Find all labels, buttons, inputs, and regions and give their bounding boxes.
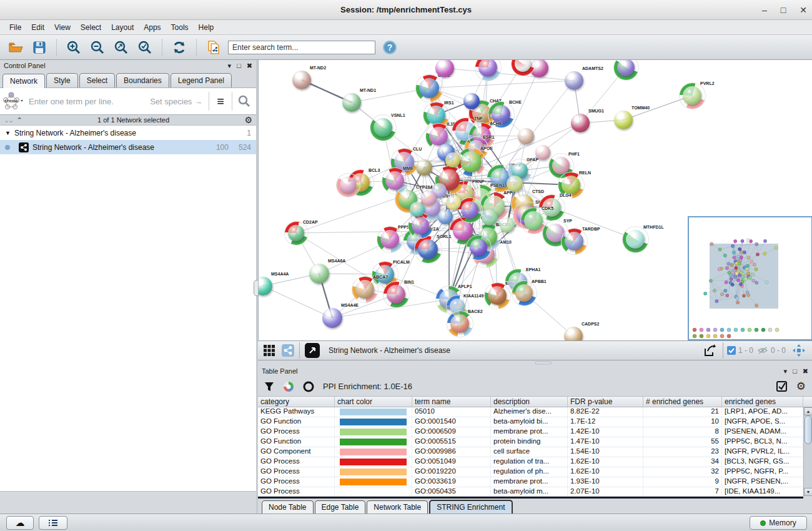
network-node[interactable]	[445, 152, 460, 167]
column-header-term-name[interactable]: term name	[412, 397, 491, 407]
annotation-mode-button[interactable]	[304, 342, 321, 359]
menu-item-layout[interactable]: Layout	[107, 21, 138, 34]
network-node[interactable]	[340, 177, 356, 193]
horizontal-splitter[interactable]	[258, 360, 812, 365]
string-search-icon[interactable]	[232, 95, 256, 107]
table-row[interactable]: KEGG Pathways05010Alzheimer's dise...8.8…	[258, 407, 812, 417]
network-node-ms4a4e[interactable]	[322, 308, 342, 328]
ring-chart-icon[interactable]	[303, 381, 314, 392]
zoom-in-button[interactable]	[64, 38, 83, 57]
minimize-button[interactable]: –	[762, 5, 767, 15]
network-node-mthfd1l[interactable]	[626, 230, 645, 249]
expand-icon[interactable]: ⌃	[16, 116, 22, 124]
close-button[interactable]: ✕	[800, 5, 807, 15]
network-node-notch1[interactable]	[453, 221, 473, 241]
network-node[interactable]	[500, 217, 515, 232]
string-query-input[interactable]	[24, 97, 150, 106]
network-node[interactable]	[421, 191, 436, 206]
memory-button[interactable]: Memory	[750, 516, 807, 530]
network-node-tomm40[interactable]	[614, 111, 633, 129]
search-input[interactable]	[228, 41, 375, 54]
clone-network-button[interactable]	[204, 38, 223, 57]
table-row[interactable]: GO FunctionGO:0001540beta-amyloid bi...1…	[258, 417, 812, 427]
network-node-cdk5[interactable]	[524, 211, 543, 230]
scroll-up-arrow[interactable]: ▲	[804, 407, 812, 415]
network-node[interactable]	[438, 209, 453, 224]
donut-chart-icon[interactable]	[283, 381, 294, 392]
table-row[interactable]: GO ProcessGO:0019220regulation of ph...1…	[258, 467, 812, 477]
network-canvas[interactable]: MT-ND2MT-ND1VSNL1GAB2ADAMTS2SMUG1TOMM40P…	[258, 60, 812, 340]
column-header-category[interactable]: category	[258, 397, 335, 407]
panel-menu-icon[interactable]: ▾	[228, 62, 232, 70]
export-network-button[interactable]	[700, 341, 719, 360]
menu-item-tools[interactable]: Tools	[167, 21, 193, 34]
network-node-ppp5c[interactable]	[380, 230, 399, 249]
network-node-cadps2[interactable]	[564, 327, 583, 340]
tab-boundaries[interactable]: Boundaries	[116, 73, 169, 87]
refresh-button[interactable]	[170, 38, 189, 57]
column-header-description[interactable]: description	[491, 397, 568, 407]
network-node-aplp2[interactable]	[412, 217, 429, 234]
select-rows-icon[interactable]	[776, 381, 788, 392]
navigator-toggle-button[interactable]	[790, 341, 808, 360]
table-row[interactable]: GO ProcessGO:0006509membrane prot...1.42…	[258, 427, 812, 437]
filter-icon[interactable]	[264, 382, 274, 392]
panel-close-icon[interactable]: ✖	[247, 62, 252, 70]
network-options-gear-icon[interactable]: ⚙	[244, 115, 252, 125]
table-row[interactable]: GO ProcessGO:0051049regulation of tra...…	[258, 457, 812, 467]
menu-item-edit[interactable]: Edit	[27, 21, 49, 34]
network-node-il1b[interactable]	[429, 127, 448, 146]
network-node[interactable]	[461, 201, 478, 219]
tab-network-table[interactable]: Network Table	[367, 500, 428, 514]
network-node-tardbp[interactable]	[565, 232, 583, 251]
network-node-epha5[interactable]	[488, 286, 507, 305]
string-view-button[interactable]	[280, 343, 295, 358]
zoom-out-button[interactable]	[88, 38, 107, 57]
panel-float-icon[interactable]: □	[237, 62, 241, 69]
network-node-mt-nd2[interactable]	[292, 71, 311, 89]
collapse-all-icon[interactable]: ⌄⌄	[4, 116, 12, 124]
menu-item-file[interactable]: File	[5, 21, 26, 34]
table-settings-gear-icon[interactable]: ⚙	[796, 380, 806, 393]
tab-node-table[interactable]: Node Table	[262, 500, 314, 514]
network-node-apbb1[interactable]	[515, 284, 533, 302]
scroll-down-arrow[interactable]: ▼	[804, 488, 812, 496]
string-logo-icon[interactable]: STRING	[2, 91, 24, 111]
network-node[interactable]	[410, 202, 425, 217]
network-node-mme[interactable]	[385, 171, 404, 190]
menu-item-select[interactable]: Select	[76, 21, 106, 34]
selected-count-badge[interactable]: 1 - 0	[727, 346, 753, 355]
open-file-button[interactable]	[6, 38, 25, 57]
task-history-button[interactable]	[39, 516, 67, 530]
save-session-button[interactable]	[30, 38, 49, 57]
zoom-selected-button[interactable]	[136, 38, 154, 57]
tab-select[interactable]: Select	[79, 73, 115, 87]
table-vertical-scrollbar[interactable]: ▲ ▼	[803, 407, 812, 496]
table-row[interactable]: GO ProcessGO:0050435beta-amyloid m...2.0…	[258, 487, 812, 496]
column-header-FDR-p-value[interactable]: FDR p-value	[568, 397, 643, 407]
network-node-adamts2[interactable]	[565, 71, 583, 90]
table-row[interactable]: GO ProcessGO:0033619membrane prot...1.93…	[258, 477, 812, 487]
network-node-sorl1[interactable]	[418, 239, 438, 259]
network-node-irs1[interactable]	[427, 106, 445, 124]
menu-item-view[interactable]: View	[50, 21, 75, 34]
network-node-phf1[interactable]	[552, 157, 570, 174]
network-node-ms4a6a[interactable]	[309, 264, 329, 284]
network-node-pvrl2[interactable]	[683, 86, 701, 105]
help-button[interactable]: ?	[380, 38, 399, 57]
network-node-reln[interactable]	[562, 176, 580, 194]
column-header--enriched-genes[interactable]: # enriched genes	[643, 397, 722, 407]
scrollbar-thumb[interactable]	[805, 415, 812, 444]
table-row[interactable]: GO FunctionGO:0005515protein binding1.47…	[258, 437, 812, 447]
network-node-smug1[interactable]	[571, 114, 590, 132]
network-node[interactable]	[463, 93, 480, 109]
network-row-selected[interactable]: String Network - Alzheimer's disease 100…	[0, 140, 256, 154]
column-header-enriched-genes[interactable]: enriched genes	[722, 397, 803, 407]
network-node-abca7[interactable]	[355, 280, 374, 299]
network-node-picalm[interactable]	[375, 265, 394, 284]
network-node-bace2[interactable]	[450, 314, 469, 333]
network-node-mt-nd1[interactable]	[342, 93, 361, 112]
menu-item-apps[interactable]: Apps	[139, 21, 165, 34]
cloud-tasks-button[interactable]: ☁	[6, 516, 34, 530]
maximize-button[interactable]: □	[781, 5, 786, 15]
